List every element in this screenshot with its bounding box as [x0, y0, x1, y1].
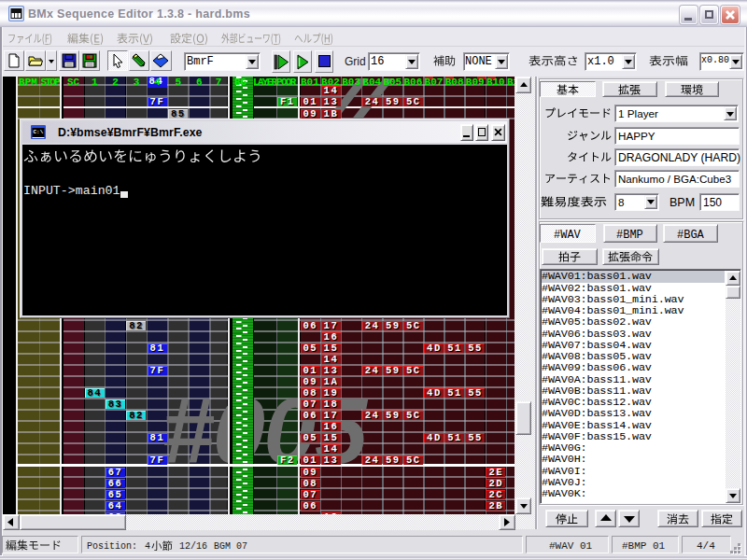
svg-text:C:\: C:\: [34, 129, 44, 135]
